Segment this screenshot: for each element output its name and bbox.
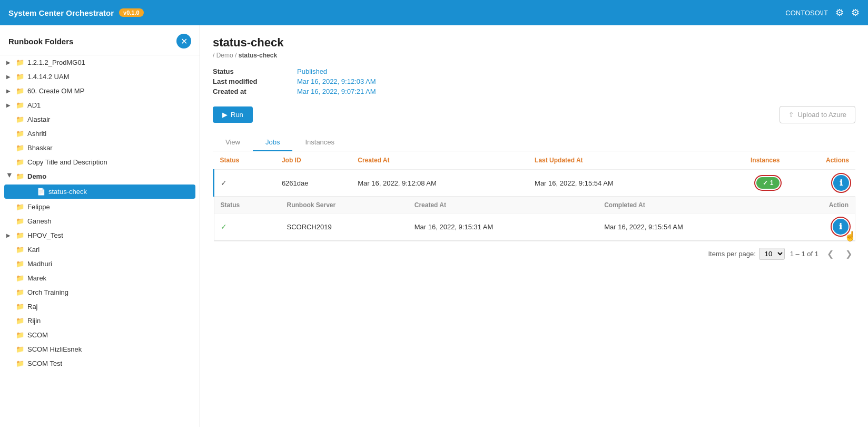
folder-label: SCOM HizliEsnek <box>27 345 82 353</box>
chevron-icon: ▶ <box>6 74 13 80</box>
sidebar-item-60createommp[interactable]: ▶ 📁 60. Create OM MP <box>0 84 200 98</box>
chevron-icon <box>6 218 13 224</box>
sidebar-item-scomtest[interactable]: 📁 SCOM Test <box>0 356 200 371</box>
run-button[interactable]: ▶ Run <box>213 106 253 123</box>
actions-cell: ℹ <box>792 175 849 191</box>
job-status-cell: ✓ <box>214 170 275 197</box>
sidebar-list: ▶ 📁 1.2.1.2_ProdMG01 ▶ 📁 1.4.14.2 UAM ▶ … <box>0 55 200 427</box>
sub-table-row: Status Runbook Server Created At Complet… <box>214 197 856 241</box>
next-page-button[interactable]: ❯ <box>842 248 855 260</box>
folder-icon: 📁 <box>16 59 24 66</box>
inst-col-server: Runbook Server <box>280 197 408 214</box>
sidebar-item-demo[interactable]: ▶ 📁 Demo <box>0 169 200 183</box>
sidebar-item-alastair[interactable]: 📁 Alastair <box>0 112 200 127</box>
col-job-id: Job ID <box>275 151 351 170</box>
chevron-icon <box>6 304 13 309</box>
tab-view[interactable]: View <box>213 134 253 151</box>
last-modified-label: Last modified <box>213 77 297 85</box>
chevron-icon: ▶ <box>6 232 13 238</box>
breadcrumb-current: status-check <box>239 52 277 59</box>
check-green-icon: ✓ <box>221 222 227 231</box>
jobs-table-header-row: Status Job ID Created At Last Updated At… <box>214 151 856 170</box>
inst-created-cell: Mar 16, 2022, 9:15:31 AM <box>408 214 598 240</box>
sub-table-cell: Status Runbook Server Created At Complet… <box>214 197 856 241</box>
sidebar-item-marek[interactable]: 📁 Marek <box>0 271 200 285</box>
folder-icon: 📁 <box>16 101 24 109</box>
job-info-button[interactable]: ℹ <box>833 175 849 191</box>
chevron-icon <box>6 117 13 122</box>
sidebar-item-ashriti[interactable]: 📁 Ashriti <box>0 127 200 141</box>
action-bar: ▶ Run ⇧ Upload to Azure <box>213 106 855 123</box>
items-per-page-select[interactable]: 10 25 50 <box>759 248 785 260</box>
topnav-left: System Center Orchestrator v0.1.0 <box>8 8 144 17</box>
version-badge: v0.1.0 <box>119 8 144 17</box>
chevron-icon <box>6 346 13 352</box>
instances-badge[interactable]: ✓ 1 <box>756 177 780 189</box>
chevron-icon <box>6 261 13 267</box>
instance-info-button[interactable]: ℹ <box>833 219 849 235</box>
instances-sub-table: Status Runbook Server Created At Complet… <box>214 197 855 240</box>
folder-label: Orch Training <box>27 288 68 296</box>
run-label: Run <box>231 111 243 119</box>
settings-icon[interactable]: ⚙ <box>835 7 844 18</box>
main-layout: Runbook Folders ✕ ▶ 📁 1.2.1.2_ProdMG01 ▶… <box>0 25 868 427</box>
sidebar-close-button[interactable]: ✕ <box>176 34 191 48</box>
folder-icon: 📁 <box>16 73 24 81</box>
sidebar-item-madhuri[interactable]: 📁 Madhuri <box>0 257 200 271</box>
folder-icon: 📁 <box>16 331 24 339</box>
status-label: Status <box>213 67 297 75</box>
runbook-icon: 📄 <box>37 188 45 196</box>
folder-icon: 📁 <box>16 130 24 138</box>
play-icon: ▶ <box>222 111 228 119</box>
folder-label: Rijin <box>27 317 41 325</box>
items-per-page-label: Items per page: <box>708 250 755 258</box>
job-id-cell: 6261dae <box>275 170 351 197</box>
folder-icon: 📁 <box>16 260 24 268</box>
gear-icon[interactable]: ⚙ <box>851 7 860 18</box>
sidebar-item-1212prodmg01[interactable]: ▶ 📁 1.2.1.2_ProdMG01 <box>0 55 200 70</box>
tab-jobs[interactable]: Jobs <box>253 134 292 151</box>
instances-count: 1 <box>770 179 774 187</box>
sidebar-item-karl[interactable]: 📁 Karl <box>0 242 200 257</box>
sidebar-title: Runbook Folders <box>8 37 73 46</box>
folder-icon: 📁 <box>16 172 24 180</box>
folder-icon: 📁 <box>16 345 24 353</box>
folder-icon: 📁 <box>16 360 24 367</box>
jobs-table: Status Job ID Created At Last Updated At… <box>213 151 855 241</box>
sidebar-item-scom[interactable]: 📁 SCOM <box>0 328 200 342</box>
col-instances: Instances <box>705 151 786 170</box>
col-actions: Actions <box>786 151 855 170</box>
sidebar-item-ad1[interactable]: ▶ 📁 AD1 <box>0 98 200 112</box>
meta-table: Status Published Last modified Mar 16, 2… <box>213 67 855 95</box>
sidebar-item-raj[interactable]: 📁 Raj <box>0 299 200 314</box>
sidebar-item-copytitledescription[interactable]: 📁 Copy Title and Description <box>0 155 200 169</box>
page-title: status-check <box>213 36 855 50</box>
sidebar-item-orchtraining[interactable]: 📁 Orch Training <box>0 285 200 299</box>
sidebar-item-1414uam[interactable]: ▶ 📁 1.4.14.2 UAM <box>0 70 200 84</box>
sidebar-item-status-check[interactable]: 📄 status-check <box>4 185 195 199</box>
sidebar-item-hpovtest[interactable]: ▶ 📁 HPOV_Test <box>0 228 200 242</box>
created-at-label: Created at <box>213 88 297 95</box>
sidebar-item-bhaskar[interactable]: 📁 Bhaskar <box>0 141 200 155</box>
topnav-right: CONTOSO\IT ⚙ ⚙ <box>785 7 860 18</box>
sidebar-item-scomhizliesnek[interactable]: 📁 SCOM HizliEsnek <box>0 342 200 356</box>
sidebar-item-felippe[interactable]: 📁 Felippe <box>0 200 200 214</box>
inst-col-status: Status <box>214 197 281 214</box>
app-title: System Center Orchestrator <box>8 8 114 17</box>
sidebar-item-rijin[interactable]: 📁 Rijin <box>0 314 200 328</box>
folder-icon: 📁 <box>16 246 24 254</box>
sidebar-item-ganesh[interactable]: 📁 Ganesh <box>0 214 200 228</box>
check-icon: ✓ <box>221 179 227 187</box>
folder-label: HPOV_Test <box>27 231 63 239</box>
meta-row-created: Created at Mar 16, 2022, 9:07:21 AM <box>213 88 855 95</box>
prev-page-button[interactable]: ❮ <box>824 248 837 260</box>
chevron-icon <box>6 131 13 137</box>
col-status: Status <box>214 151 275 170</box>
folder-label: SCOM Test <box>27 360 62 367</box>
meta-row-modified: Last modified Mar 16, 2022, 9:12:03 AM <box>213 77 855 85</box>
page-info: 1 – 1 of 1 <box>790 250 818 258</box>
folder-icon: 📁 <box>16 274 24 282</box>
upload-azure-button[interactable]: ⇧ Upload to Azure <box>780 106 855 123</box>
tab-instances[interactable]: Instances <box>292 134 347 151</box>
chevron-icon <box>6 159 13 165</box>
